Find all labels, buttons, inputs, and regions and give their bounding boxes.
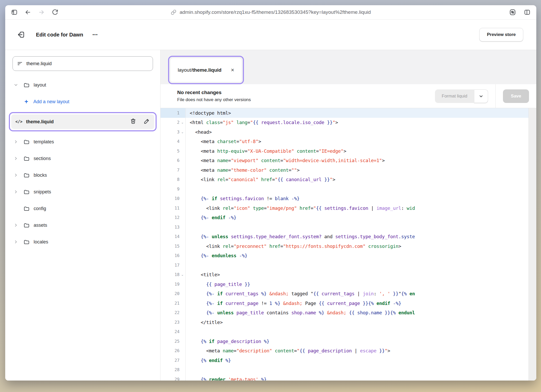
code-line[interactable]: 24: [161, 327, 528, 337]
code-file-icon: </>: [15, 119, 22, 124]
code-line-text: <link rel="icon" type="image/png" href="…: [186, 203, 528, 213]
code-line[interactable]: 29 {% render 'meta-tags' %}: [161, 375, 528, 381]
tree-item-sections[interactable]: sections: [13, 152, 153, 165]
close-tab-icon[interactable]: ×: [231, 67, 234, 73]
address-bar[interactable]: admin.shopify.com/store/rzq1xu-f5/themes…: [171, 9, 371, 15]
fold-toggle-icon[interactable]: ⌄: [180, 273, 185, 277]
code-line[interactable]: 13: [161, 222, 528, 232]
format-options-dropdown[interactable]: [474, 89, 488, 103]
tree-item-blocks[interactable]: blocks: [13, 169, 153, 181]
format-liquid-button[interactable]: Format liquid: [435, 89, 474, 103]
page-settings-icon[interactable]: [509, 8, 517, 16]
line-number-gutter: 22: [161, 308, 186, 318]
code-line[interactable]: 8 <link rel="canonical" href="{{ canonic…: [161, 175, 528, 185]
line-number-gutter: 19: [161, 279, 186, 289]
tree-item-label: assets: [34, 223, 47, 228]
code-editor: 1<!doctype html>2⌄<html class="js" lang=…: [161, 108, 536, 381]
folder-icon: [23, 188, 30, 195]
code-line[interactable]: 10 {%- if settings.favicon != blank -%}: [161, 194, 528, 204]
chevron-right-icon[interactable]: [13, 156, 19, 161]
code-line-text: <meta name="viewport" content="width=dev…: [186, 156, 528, 166]
code-line[interactable]: 14 {%- unless settings.type_header_font.…: [161, 232, 528, 242]
line-number-gutter: 21: [161, 298, 186, 308]
code-lines: 1<!doctype html>2⌄<html class="js" lang=…: [161, 108, 528, 381]
line-number-gutter: 5: [161, 146, 186, 156]
chevron-down-icon[interactable]: [13, 83, 19, 87]
code-line[interactable]: 11 <link rel="icon" type="image/png" hre…: [161, 203, 528, 213]
sidebar-toggle-icon[interactable]: [10, 8, 18, 16]
code-line-text: <meta charset="utf-8">: [186, 137, 528, 146]
code-line[interactable]: 22 {%- unless page_title contains shop.n…: [161, 308, 528, 318]
tree-item-label: templates: [34, 139, 54, 145]
save-button[interactable]: Save: [503, 89, 529, 103]
code-line-text: {%- unless settings.type_header_font.sys…: [186, 232, 528, 242]
reload-icon[interactable]: [51, 8, 59, 16]
add-new-layout-link[interactable]: + Add a new layout: [13, 95, 153, 108]
tree-item-locales[interactable]: locales: [13, 236, 153, 248]
folder-icon: [23, 172, 30, 179]
code-line[interactable]: 16 {%- endunless -%}: [161, 251, 528, 261]
folder-icon: [23, 222, 30, 229]
tree-item-layout[interactable]: layout: [13, 79, 153, 91]
rename-file-icon[interactable]: [143, 118, 150, 126]
code-line[interactable]: 17: [161, 260, 528, 270]
tree-item-label: config: [34, 206, 46, 211]
folder-icon: [23, 155, 30, 162]
code-line[interactable]: 2⌄<html class="js" lang="{{ request.loca…: [161, 118, 528, 127]
code-line[interactable]: 27 {% endif %}: [161, 356, 528, 365]
code-line[interactable]: 5 <meta http-equiv="X-UA-Compatible" con…: [161, 146, 528, 156]
code-line[interactable]: 23 </title>: [161, 317, 528, 327]
fold-toggle-icon[interactable]: ⌄: [180, 120, 185, 124]
version-subtitle: File does not have any other versions: [177, 97, 251, 102]
code-line[interactable]: 18⌄ <title>: [161, 270, 528, 280]
version-title: No recent changes: [177, 90, 251, 95]
code-line[interactable]: 3⌄ <head>: [161, 127, 528, 137]
chevron-right-icon[interactable]: [13, 139, 19, 144]
page-title: Edit code for Dawn: [36, 32, 83, 38]
chevron-down-icon: [478, 93, 484, 99]
chevron-right-icon[interactable]: [13, 223, 19, 228]
chevron-right-icon[interactable]: [13, 189, 19, 194]
fold-toggle-icon[interactable]: ⌄: [180, 130, 185, 134]
editor-scrollbar[interactable]: [528, 108, 536, 381]
code-line-text: {%- endif -%}: [186, 213, 528, 223]
code-line-text: [186, 327, 528, 337]
code-line[interactable]: 7 <meta name="theme-color" content="">: [161, 165, 528, 175]
code-line[interactable]: 9: [161, 184, 528, 194]
line-number-gutter: 26: [161, 346, 186, 356]
code-line-text: [186, 365, 528, 375]
link-icon: [171, 9, 176, 15]
code-line[interactable]: 1<!doctype html>: [161, 108, 528, 118]
code-line[interactable]: 4 <meta charset="utf-8">: [161, 137, 528, 146]
tree-item-config[interactable]: config: [13, 202, 153, 215]
code-line[interactable]: 6 <meta name="viewport" content="width=d…: [161, 156, 528, 166]
code-line[interactable]: 15 <link rel="preconnect" href="https://…: [161, 241, 528, 251]
code-line[interactable]: 21 {%- if current_page != 1 %} &ndash; P…: [161, 298, 528, 308]
line-number-gutter: 28: [161, 365, 186, 375]
code-line[interactable]: 12 {%- endif -%}: [161, 213, 528, 223]
code-line[interactable]: 25 {% if page_description %}: [161, 336, 528, 346]
exit-editor-button[interactable]: [17, 30, 26, 39]
code-line[interactable]: 19 {{ page_title }}: [161, 279, 528, 289]
preview-store-button[interactable]: Preview store: [479, 28, 523, 41]
code-line-text: {% endif %}: [186, 356, 528, 365]
code-line[interactable]: 20 {%- if current_tags %} &ndash; tagged…: [161, 289, 528, 299]
back-icon[interactable]: [24, 8, 32, 16]
tree-item-templates[interactable]: templates: [13, 136, 153, 148]
tab-theme-liquid[interactable]: layout/theme.liquid ×: [170, 58, 242, 82]
tree-item-theme-liquid[interactable]: </> theme.liquid: [11, 114, 154, 129]
delete-file-icon[interactable]: [130, 118, 137, 126]
tree-item-assets[interactable]: assets: [13, 219, 153, 231]
more-menu-icon[interactable]: •••: [93, 33, 98, 37]
file-search[interactable]: [13, 56, 153, 71]
code-line-text: {%- endunless -%}: [186, 251, 528, 261]
chevron-right-icon[interactable]: [13, 173, 19, 177]
split-view-icon[interactable]: [523, 8, 531, 16]
chevron-right-icon[interactable]: [13, 240, 19, 244]
forward-icon[interactable]: [38, 8, 45, 16]
code-line[interactable]: 28: [161, 365, 528, 375]
line-number-gutter: 15: [161, 241, 186, 251]
code-line[interactable]: 26 <meta name="description" content="{{ …: [161, 346, 528, 356]
tree-item-snippets[interactable]: snippets: [13, 186, 153, 198]
search-input[interactable]: [26, 61, 149, 66]
